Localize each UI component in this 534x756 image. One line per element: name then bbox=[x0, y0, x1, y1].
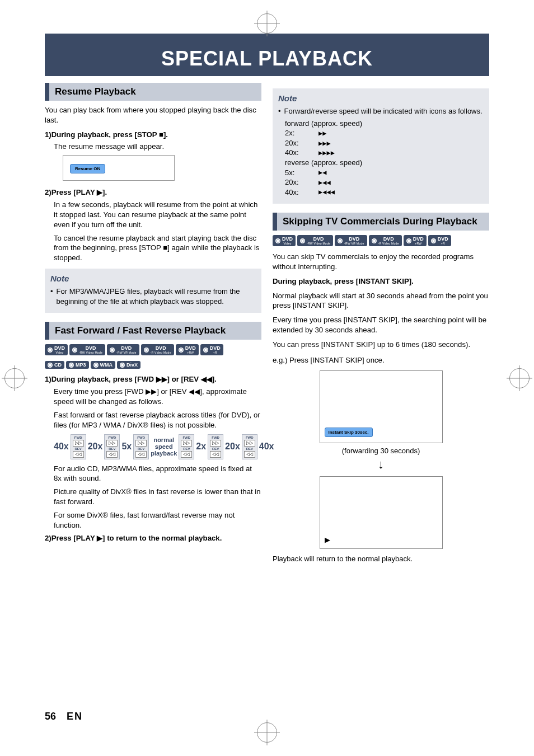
disc-icon bbox=[203, 348, 208, 353]
badge-label: DVD+RW bbox=[185, 346, 196, 354]
badge-label: DVD+R bbox=[210, 346, 221, 354]
speed-indicator-row: 20x:▶▶▶ bbox=[285, 138, 484, 148]
rev-label: REV bbox=[246, 447, 253, 450]
fwd-label: FWD bbox=[212, 436, 219, 439]
speed-indicator-row: 20x:▶◀◀ bbox=[285, 177, 484, 187]
step-number: 1) bbox=[45, 130, 51, 140]
media-badge: DVD+RW bbox=[404, 235, 427, 246]
reverse-speed-label: reverse (approx. speed) bbox=[285, 158, 484, 168]
speed-level-label: 20x: bbox=[285, 138, 308, 148]
fwd-rev-button-stack: FWD▷▷REV◁◁ bbox=[208, 434, 223, 459]
rev-button-icon: ◁◁ bbox=[181, 451, 192, 458]
badge-label: CD bbox=[54, 363, 62, 368]
badge-label: MP3 bbox=[76, 363, 86, 368]
fwd-rev-button-stack: FWD▷▷REV◁◁ bbox=[71, 434, 86, 459]
resume-intro: You can play back from where you stopped… bbox=[45, 105, 261, 125]
speed-arrows-icon: ▶◀◀ bbox=[318, 178, 331, 187]
rev-button-icon: ◁◁ bbox=[135, 451, 147, 458]
instant-skip-badge: Instant Skip 30sec. bbox=[325, 428, 373, 437]
crop-mark-icon bbox=[257, 13, 277, 34]
step-detail: For audio CD, MP3/WMA files, approximate… bbox=[54, 464, 261, 484]
step-detail: Every time you press [INSTANT SKIP], the… bbox=[273, 315, 489, 335]
media-badge: DivX bbox=[117, 361, 140, 369]
disc-icon bbox=[431, 238, 436, 243]
badge-label: DVD-R Video Mode bbox=[378, 237, 399, 245]
speed-indicator-row: 5x:▶◀ bbox=[285, 168, 484, 178]
fwd-rev-button-stack: FWD▷▷REV◁◁ bbox=[104, 434, 120, 459]
note-intro: Forward/reverse speed will be indicated … bbox=[284, 106, 484, 116]
speed-indicator-row: 2x:▶▶ bbox=[285, 128, 484, 138]
badge-label: DVD-R Video Mode bbox=[151, 346, 171, 354]
rev-label: REV bbox=[75, 447, 82, 450]
rev-label: REV bbox=[183, 447, 190, 450]
rev-label: REV bbox=[109, 447, 115, 450]
crop-mark-icon bbox=[257, 722, 277, 743]
bullet-icon: • bbox=[50, 287, 53, 306]
media-badge: DVD-R Video Mode bbox=[141, 344, 174, 355]
rev-label: REV bbox=[212, 447, 219, 450]
disc-icon bbox=[144, 348, 149, 353]
fwd-label: FWD bbox=[137, 436, 145, 439]
step-detail: To cancel the resume playback and start … bbox=[54, 233, 261, 263]
speed-indicator-row: 40x:▶▶▶▶ bbox=[285, 148, 484, 158]
step-head: Press [PLAY ▶] to return to the normal p… bbox=[51, 533, 261, 543]
section-skip-header: Skipping TV Commercials During Playback bbox=[273, 213, 489, 231]
crop-mark-icon bbox=[509, 368, 530, 388]
osd-screen-after: ▶ bbox=[320, 476, 443, 549]
media-badge: DVD-RW VR Mode bbox=[335, 235, 367, 246]
step-detail: Normal playback will start at 30 seconds… bbox=[273, 291, 489, 311]
note-title: Note bbox=[50, 273, 256, 284]
page-language: EN bbox=[67, 711, 83, 722]
step-head: During playback, press [INSTANT SKIP]. bbox=[273, 276, 489, 287]
fwd-button-icon: ▷▷ bbox=[106, 440, 118, 447]
note-bullet: For MP3/WMA/JPEG files, playback will re… bbox=[57, 287, 256, 306]
step-detail: You can press [INSTANT SKIP] up to 6 tim… bbox=[273, 340, 489, 350]
fwd-button-icon: ▷▷ bbox=[210, 440, 221, 447]
disc-icon bbox=[275, 238, 280, 243]
resume-on-badge: Resume ON bbox=[70, 164, 105, 173]
badge-label: DVD-RW Video Mode bbox=[79, 346, 102, 354]
step-detail: Picture quality of DivX® files in fast r… bbox=[54, 487, 261, 507]
forwarding-caption: (forwarding 30 seconds) bbox=[273, 447, 489, 455]
speed-value: 20x bbox=[88, 442, 103, 452]
badge-label: DVD-RW Video Mode bbox=[307, 237, 330, 245]
speed-arrows-icon: ▶▶ bbox=[318, 129, 326, 138]
badge-label: DVD-RW VR Mode bbox=[344, 237, 364, 245]
step-detail: For some DivX® files, fast forward/fast … bbox=[54, 510, 261, 530]
fwd-button-icon: ▷▷ bbox=[181, 440, 192, 447]
badge-label: DVDVideo bbox=[54, 346, 65, 354]
speed-level-label: 2x: bbox=[285, 128, 308, 138]
media-badges-row: CDMP3WMADivX bbox=[45, 361, 261, 369]
speed-level-label: 5x: bbox=[285, 168, 308, 178]
bullet-icon: • bbox=[278, 106, 281, 116]
page-footer: 56 EN bbox=[45, 711, 83, 722]
disc-icon bbox=[48, 348, 53, 353]
note-title: Note bbox=[278, 93, 484, 104]
media-badge: MP3 bbox=[66, 361, 89, 369]
step-number: 1) bbox=[45, 374, 51, 384]
step-detail: The resume message will appear. bbox=[54, 142, 261, 152]
speed-arrows-icon: ▶◀◀◀ bbox=[318, 187, 335, 196]
speed-indicator-row: 40x:▶◀◀◀ bbox=[285, 187, 484, 198]
rev-button-icon: ◁◁ bbox=[210, 451, 221, 458]
disc-icon bbox=[179, 348, 184, 353]
skip-intro: You can skip TV commercials to enjoy the… bbox=[273, 252, 489, 272]
badge-label: DVD+R bbox=[438, 237, 448, 245]
speed-value: 40x bbox=[259, 442, 274, 452]
osd-screen-before: Instant Skip 30sec. bbox=[320, 370, 443, 443]
return-caption: Playback will return to the normal playb… bbox=[273, 555, 489, 563]
speed-cycle-diagram: 40xFWD▷▷REV◁◁20xFWD▷▷REV◁◁5xFWD▷▷REV◁◁no… bbox=[54, 434, 261, 459]
badge-label: DVD+RW bbox=[413, 237, 424, 245]
disc-icon bbox=[69, 363, 74, 368]
step-detail: Fast forward or fast reverse playback ac… bbox=[54, 410, 261, 430]
speed-arrows-icon: ▶▶▶ bbox=[318, 139, 331, 148]
disc-icon bbox=[300, 238, 305, 243]
rev-label: REV bbox=[138, 447, 144, 450]
rev-button-icon: ◁◁ bbox=[106, 451, 118, 458]
disc-icon bbox=[406, 238, 411, 243]
step-head: During playback, press [FWD ▶▶] or [REV … bbox=[51, 374, 261, 384]
media-badges-row: DVDVideoDVD-RW Video ModeDVD-RW VR ModeD… bbox=[45, 344, 261, 355]
fwd-rev-button-stack: FWD▷▷REV◁◁ bbox=[133, 434, 149, 459]
disc-icon bbox=[372, 238, 377, 243]
play-icon: ▶ bbox=[325, 536, 330, 544]
